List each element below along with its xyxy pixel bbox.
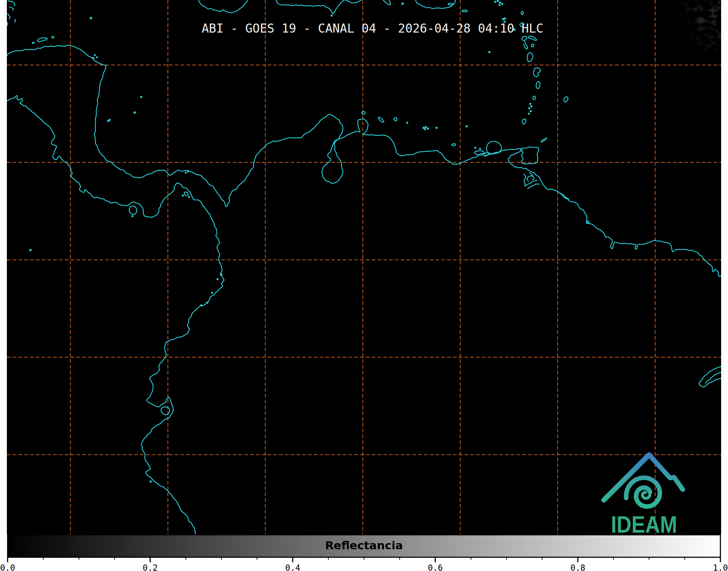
colorbar-label: Reflectancia <box>325 539 403 552</box>
colorbar-tick-label: 0.4 <box>285 563 300 571</box>
colorbar-tick-label: 0.6 <box>428 563 443 571</box>
colorbar-ticks <box>8 557 720 562</box>
coastline-belize-f <box>7 22 8 25</box>
satellite-map: ABI - GOES 19 - CANAL 04 - 2026-04-28 04… <box>0 0 728 571</box>
colorbar-tick-label: 1.0 <box>713 563 728 571</box>
coastline-belize-e <box>15 19 15 22</box>
colorbar-tick-label: 0.2 <box>143 563 158 571</box>
colorbar-tick-label: 0.0 <box>0 563 15 571</box>
map-title: ABI - GOES 19 - CANAL 04 - 2026-04-28 04… <box>202 21 543 35</box>
colorbar-tick-label: 0.8 <box>570 563 585 571</box>
colorbar-tick-labels: 0.00.20.40.60.81.0 <box>0 563 728 571</box>
logo-text: IDEAM <box>611 511 677 538</box>
figure: ABI - GOES 19 - CANAL 04 - 2026-04-28 04… <box>0 0 728 571</box>
colorbar: 0.00.20.40.60.81.0 Reflectancia <box>0 535 728 571</box>
